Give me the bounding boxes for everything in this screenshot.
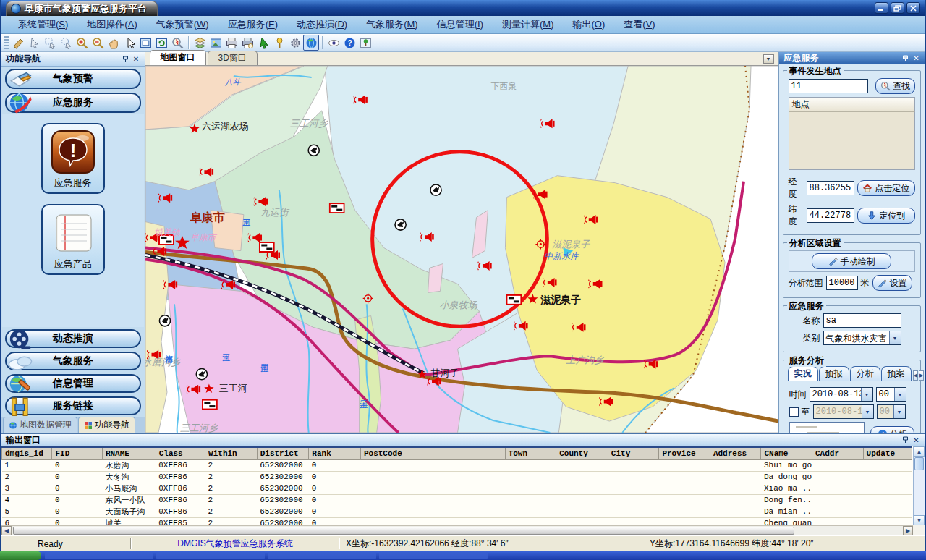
print-preview-icon[interactable]	[239, 35, 255, 51]
find-button[interactable]: 查找	[875, 78, 915, 94]
sidebar-group-dynamic-simulation[interactable]: 动态推演	[5, 329, 141, 348]
tab-analysis[interactable]: 分析	[850, 366, 880, 381]
zoom-query-icon[interactable]	[169, 35, 185, 51]
column-header[interactable]: CName	[761, 447, 812, 459]
sidebar-group-weather-service[interactable]: 气象服务	[5, 352, 141, 370]
column-header[interactable]: CAddr	[812, 447, 864, 459]
monitor-camera-icon[interactable]	[395, 219, 406, 230]
minimize-button[interactable]	[875, 2, 888, 14]
monitor-camera-icon[interactable]	[159, 315, 170, 326]
pin-icon[interactable]	[900, 54, 911, 64]
start-button[interactable]	[0, 551, 41, 560]
zoom-out-icon[interactable]	[90, 35, 106, 51]
column-header[interactable]: District	[257, 447, 309, 459]
flag-marker-icon[interactable]	[506, 295, 521, 305]
monitor-camera-icon[interactable]	[430, 184, 441, 195]
menu-item[interactable]: 动态推演(D)	[287, 16, 357, 33]
column-header[interactable]: Within	[205, 447, 258, 459]
menu-item[interactable]: 应急服务(E)	[218, 16, 287, 33]
analysis-range-field[interactable]	[826, 276, 858, 290]
eye-icon[interactable]	[326, 35, 341, 51]
select-icon[interactable]	[26, 35, 42, 51]
table-row[interactable]: 50大面场子沟0XFF8626523020000Da mian ...	[2, 506, 912, 517]
flag-marker-icon[interactable]	[259, 242, 273, 252]
tab-3d-window[interactable]: 3D窗口	[208, 51, 258, 65]
measure-icon[interactable]	[10, 35, 26, 51]
tab-plan[interactable]: 预案	[881, 366, 912, 381]
close-icon[interactable]: ✕	[911, 54, 922, 64]
table-row[interactable]: 40东风一小队0XFF8626523020000Dong fen...	[2, 494, 912, 506]
flag-marker-icon[interactable]	[329, 203, 344, 213]
pushpin-icon[interactable]	[271, 35, 287, 51]
map-canvas[interactable]: 八斗六运湖农场三工河乡下西泉九运街阜康市城关镇阜康市滋泥泉子中新水库滋泥泉子小泉…	[145, 65, 778, 433]
pan-icon[interactable]	[106, 35, 122, 51]
hour-to-select[interactable]: 00▼	[877, 404, 906, 419]
menu-item[interactable]: 地图操作(A)	[77, 16, 146, 33]
table-row[interactable]: 60城关0XFF8526523020000Cheng guan	[2, 517, 912, 525]
analyze-button[interactable]: i 分析	[870, 426, 914, 433]
column-header[interactable]: Provice	[659, 447, 710, 459]
map-tab-list-button[interactable]: ▼	[763, 54, 774, 64]
output-horizontal-scrollbar[interactable]: ◀ ▶	[1, 525, 913, 535]
column-header[interactable]: Town	[505, 447, 556, 459]
place-list-header[interactable]: 地点	[789, 97, 915, 112]
menu-item[interactable]: 信息管理(I)	[428, 16, 493, 33]
menu-item[interactable]: 测量计算(M)	[493, 16, 564, 33]
globe-services-icon[interactable]	[303, 35, 319, 51]
tab-live[interactable]: 实况	[788, 366, 818, 381]
locate-to-button[interactable]: 定位到	[857, 208, 915, 224]
menu-item[interactable]: 输出(O)	[564, 16, 615, 33]
close-button[interactable]	[906, 2, 920, 14]
column-header[interactable]: Address	[710, 447, 761, 459]
close-icon[interactable]: ✕	[131, 54, 142, 64]
chevron-down-icon[interactable]: ▼	[889, 331, 901, 344]
select-box-icon[interactable]	[42, 35, 58, 51]
set-range-button[interactable]: 设置	[872, 275, 912, 291]
flag-marker-icon[interactable]	[202, 400, 216, 410]
to-checkbox[interactable]	[789, 407, 799, 417]
menu-item[interactable]: 气象服务(M)	[357, 16, 428, 33]
tab-map-window[interactable]: 地图窗口	[150, 50, 206, 65]
column-header[interactable]: PostCode	[360, 447, 505, 459]
service-type-select[interactable]: 气象和洪水灾害 ▼	[823, 331, 901, 345]
column-header[interactable]: dmgis_id	[2, 447, 52, 459]
pointer-icon[interactable]	[122, 35, 137, 51]
restore-button[interactable]	[891, 2, 904, 14]
close-icon[interactable]: ✕	[911, 435, 922, 445]
pin-icon[interactable]	[900, 435, 911, 445]
taskbar-strip[interactable]	[0, 551, 926, 560]
sidebar-group-info-management[interactable]: 信息管理	[5, 374, 141, 393]
full-extent-icon[interactable]	[137, 35, 153, 51]
settings-gear-icon[interactable]	[287, 35, 303, 51]
monitor-camera-icon[interactable]	[196, 369, 207, 380]
longitude-field[interactable]	[807, 181, 854, 195]
column-header[interactable]: City	[608, 447, 659, 459]
layers-icon[interactable]	[192, 35, 208, 51]
column-header[interactable]: Rank	[309, 447, 361, 459]
tab-scroll-left-icon[interactable]: ◀	[913, 370, 918, 381]
hour-select[interactable]: 00▼	[876, 387, 906, 402]
monitor-camera-icon[interactable]	[308, 145, 319, 156]
table-row[interactable]: 10水磨沟0XFF8626523020000Shui mo gou	[2, 459, 912, 471]
scrollbar-thumb[interactable]	[13, 527, 794, 535]
column-header[interactable]: FID	[52, 447, 102, 459]
date-select[interactable]: 2010-08-13▼	[810, 387, 873, 402]
column-header[interactable]: Class	[156, 447, 205, 459]
sidebar-group-emergency-service[interactable]: 应急服务	[5, 93, 141, 113]
toolbar-grip[interactable]	[4, 36, 9, 49]
scene-image-icon[interactable]	[357, 35, 373, 51]
menu-item[interactable]: 系统管理(S)	[9, 16, 77, 33]
menu-item[interactable]: 气象预警(W)	[147, 16, 218, 33]
sidebar-group-service-links[interactable]: 服务链接	[5, 396, 141, 415]
tab-scroll-right-icon[interactable]: ▶	[919, 370, 924, 381]
click-locate-button[interactable]: 点击定位	[857, 180, 915, 196]
event-search-input[interactable]	[789, 79, 868, 93]
place-list[interactable]	[789, 112, 915, 170]
green-pointer-icon[interactable]	[255, 35, 271, 51]
column-header[interactable]: RNAME	[102, 447, 156, 459]
table-row[interactable]: 20大冬沟0XFF8626523020000Da dong gou	[2, 471, 912, 483]
title-bar[interactable]: 阜康市气象预警应急服务平台	[1, 0, 925, 16]
date-to-select[interactable]: 2010-08-13▼	[813, 404, 874, 419]
manual-draw-button[interactable]: 手动绘制	[812, 253, 891, 269]
export-image-icon[interactable]	[208, 35, 224, 51]
